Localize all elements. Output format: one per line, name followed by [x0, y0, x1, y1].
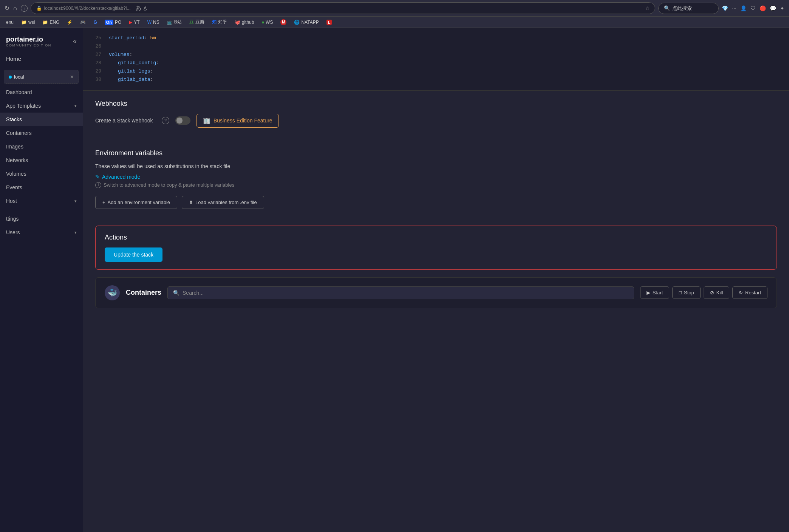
bookmark-label: B站 [174, 19, 182, 25]
host-label: Host [6, 198, 17, 204]
containers-section: 🐳 Containers 🔍 Search... ▶ Start □ Stop [95, 277, 777, 308]
business-edition-badge[interactable]: 🏢 Business Edition Feature [196, 114, 279, 128]
bookmark-ws[interactable]: » WS [259, 19, 275, 26]
search-bar[interactable]: 🔍 点此搜索 [658, 3, 719, 14]
bookmark-google[interactable]: G [91, 19, 99, 26]
bookmark-bilibili[interactable]: 📺 B站 [165, 18, 184, 26]
stop-icon: □ [679, 290, 682, 295]
load-env-file-button[interactable]: ⬆ Load variables from .env file [182, 196, 264, 209]
douban-icon: 豆 [189, 19, 194, 25]
sidebar-item-host[interactable]: Host ▾ [0, 194, 83, 208]
kill-icon: ⊘ [710, 290, 714, 295]
logo: portainer.io COMMUNITY EDITION [6, 36, 51, 47]
bookmark-eng[interactable]: 📁 ENG [40, 19, 62, 26]
containers-header: 🐳 Containers 🔍 Search... ▶ Start □ Stop [105, 285, 767, 300]
sidebar-item-dashboard[interactable]: Dashboard [0, 85, 83, 99]
containers-icon: 🐳 [105, 285, 120, 300]
sidebar-bottom: ttings Users ▾ [0, 208, 83, 243]
sidebar-item-containers[interactable]: Containers [0, 126, 83, 140]
bookmark-label: enu [6, 20, 14, 25]
chevron-down-icon: ▾ [74, 104, 77, 108]
upload-icon: ⬆ [189, 200, 193, 205]
browser-bar: ↻ ⌂ i 🔒 localhost:9000/#!/2/docker/stack… [0, 0, 789, 17]
collapse-button[interactable]: « [73, 37, 77, 45]
start-label: Start [653, 290, 663, 295]
m-icon: M [280, 19, 286, 25]
load-env-label: Load variables from .env file [195, 200, 257, 205]
environment-item[interactable]: local ✕ [6, 72, 77, 82]
bookmark-wsl[interactable]: 📁 wsl [19, 19, 37, 26]
sidebar-item-networks[interactable]: Networks [0, 153, 83, 167]
update-stack-button[interactable]: Update the stack [105, 247, 162, 262]
settings-label: ttings [6, 216, 19, 222]
browser-controls[interactable]: ↻ ⌂ i [5, 5, 28, 12]
bookmark-natapp[interactable]: 🌐 NATAPP [292, 19, 321, 26]
l-icon: L [326, 20, 332, 25]
chevron-down-icon: ▾ [74, 230, 77, 235]
ws-icon: » [261, 20, 264, 25]
kill-button[interactable]: ⊘ Kill [704, 286, 729, 299]
environment-close-button[interactable]: ✕ [70, 74, 74, 80]
nav-menu: Dashboard App Templates ▾ Stacks Contain… [0, 85, 83, 208]
code-editor[interactable]: 25 start_period: 5m 26 27 volumes: 28 gi… [83, 28, 789, 91]
business-badge-label: Business Edition Feature [213, 118, 272, 124]
bookmark-zhihu[interactable]: 知 知乎 [210, 18, 229, 26]
sidebar-item-home[interactable]: Home [0, 52, 83, 66]
add-env-variable-button[interactable]: + Add an environment variable [95, 196, 177, 209]
environment-name: local [14, 74, 24, 80]
sidebar-item-settings[interactable]: ttings [0, 212, 83, 226]
search-placeholder: Search... [183, 290, 204, 296]
bookmark-enu[interactable]: enu [4, 19, 16, 26]
bookmark-on-po[interactable]: On PO [102, 19, 124, 26]
info-icon[interactable]: i [21, 5, 28, 12]
bookmark-game[interactable]: 🎮 [78, 19, 88, 26]
start-button[interactable]: ▶ Start [640, 286, 669, 299]
sidebar-item-volumes[interactable]: Volumes [0, 167, 83, 181]
bookmark-label: NS [153, 20, 159, 25]
containers-search-input[interactable]: 🔍 Search... [167, 286, 634, 299]
volumes-label: Volumes [6, 171, 26, 177]
main-content: 25 start_period: 5m 26 27 volumes: 28 gi… [83, 28, 789, 532]
game-icon: 🎮 [80, 20, 86, 25]
bookmark-ns[interactable]: W NS [145, 19, 162, 26]
youtube-icon: ▶ [129, 20, 132, 25]
refresh-icon[interactable]: ↻ [5, 5, 9, 12]
stop-label: Stop [684, 290, 694, 295]
networks-label: Networks [6, 157, 28, 163]
sidebar-item-events[interactable]: Events [0, 181, 83, 194]
container-action-buttons: ▶ Start □ Stop ⊘ Kill ↻ Restart [640, 286, 767, 299]
zhihu-icon: 知 [212, 19, 217, 25]
advanced-mode-label: Advanced mode [102, 174, 140, 180]
bookmark-m[interactable]: M [278, 19, 289, 26]
help-icon[interactable]: ? [162, 117, 169, 124]
advanced-mode-link[interactable]: ✎ Advanced mode [95, 174, 777, 180]
home-icon[interactable]: ⌂ [13, 5, 17, 12]
users-label: Users [6, 229, 20, 235]
restart-button[interactable]: ↻ Restart [732, 286, 767, 299]
env-vars-section: Environment variables These values will … [83, 140, 789, 218]
folder-icon: 📁 [21, 20, 27, 25]
wp-icon: W [147, 20, 152, 25]
sidebar-item-stacks[interactable]: Stacks [0, 113, 83, 126]
webhook-label: Create a Stack webhook [95, 118, 156, 124]
sidebar-item-app-templates[interactable]: App Templates ▾ [0, 99, 83, 113]
sidebar-item-images[interactable]: Images [0, 140, 83, 153]
containers-title: Containers [126, 289, 161, 297]
stop-button[interactable]: □ Stop [672, 286, 701, 299]
webhook-toggle[interactable] [175, 116, 190, 125]
events-label: Events [6, 184, 22, 190]
stacks-label: Stacks [6, 116, 22, 122]
search-icon: 🔍 [173, 290, 179, 296]
bookmark-douban[interactable]: 豆 豆瓣 [187, 18, 207, 26]
bookmark-l[interactable]: L [324, 19, 334, 26]
restart-icon: ↻ [739, 290, 743, 295]
logo-text: portainer.io [6, 36, 51, 43]
bookmark-yt[interactable]: ▶ YT [127, 19, 142, 26]
app-container: portainer.io COMMUNITY EDITION « Home lo… [0, 28, 789, 532]
bookmark-label: ENG [50, 20, 59, 25]
bookmark-lightning[interactable]: ⚡ [65, 19, 75, 26]
sidebar-item-users[interactable]: Users ▾ [0, 226, 83, 239]
bookmark-github[interactable]: 🐙 github [232, 19, 257, 26]
environment-status-dot [9, 76, 12, 79]
url-bar[interactable]: 🔒 localhost:9000/#!/2/docker/stacks/gitl… [31, 2, 656, 14]
